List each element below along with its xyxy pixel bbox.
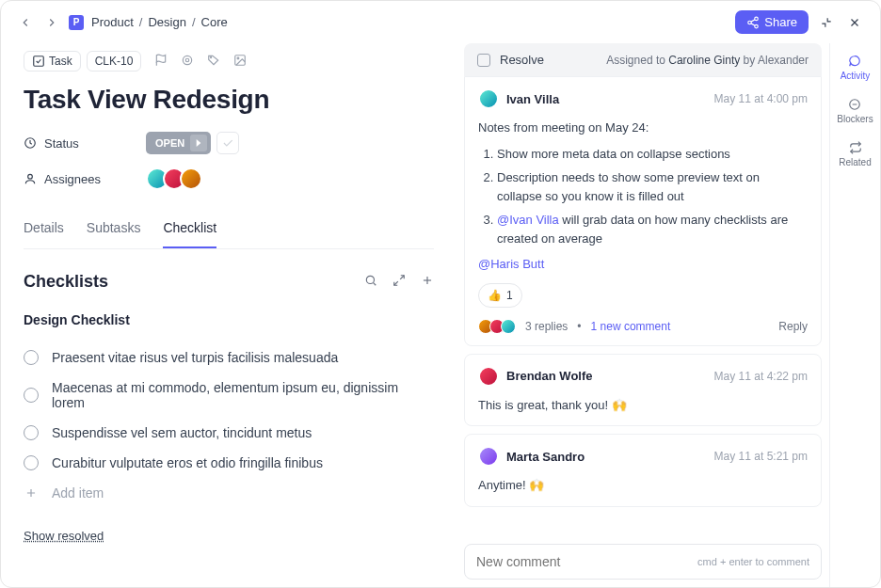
tag-icon[interactable] [207,54,220,70]
avatar [478,366,499,387]
avatar [478,88,499,109]
comment-author: Marta Sandro [506,450,585,464]
status-pill[interactable]: OPEN [146,132,211,154]
comments-panel: Resolve Assigned to Caroline Ginty by Al… [457,43,829,587]
checklist-item-label: Maecenas at mi commodo, elementum ipsum … [52,380,434,410]
tab-details[interactable]: Details [24,213,64,248]
target-icon[interactable] [181,54,194,70]
mention[interactable]: @Haris Butt [478,257,544,271]
svg-point-2 [755,24,759,28]
nav-back-icon[interactable] [16,13,35,32]
assignee-avatars[interactable] [146,167,202,190]
reply-button[interactable]: Reply [778,320,808,333]
sidebar-related[interactable]: Related [839,141,871,167]
checklist-item-label: Curabitur vulputate eros et odio fringil… [52,455,323,470]
status-value: OPEN [155,137,184,149]
radio-icon[interactable] [24,388,39,403]
page-title: Task View Redesign [24,85,434,115]
comment-author: Brendan Wolfe [506,369,593,383]
flag-icon[interactable] [154,54,168,70]
reaction-button[interactable]: 👍1 [478,283,522,308]
breadcrumb-design[interactable]: Design [148,15,185,29]
tab-subtasks[interactable]: Subtasks [87,213,141,248]
status-label: Status [24,136,146,151]
resolve-checkbox[interactable] [477,54,490,67]
task-type-pill[interactable]: Task [24,51,81,72]
checklist-name: Design Checklist [24,312,434,327]
checklist-item[interactable]: Suspendisse vel sem auctor, tincidunt me… [24,418,434,448]
status-complete-button[interactable] [216,132,239,154]
radio-icon[interactable] [24,350,39,365]
share-label: Share [764,15,797,29]
tab-checklist[interactable]: Checklist [163,213,216,248]
close-icon[interactable] [844,12,865,33]
new-comment-input[interactable] [476,554,697,569]
svg-point-0 [755,17,759,21]
task-panel: Task CLK-10 Task View Redesign Status OP… [1,43,457,587]
add-item-button[interactable]: Add item [24,478,434,508]
avatar[interactable] [180,167,202,190]
svg-rect-7 [34,56,44,67]
svg-line-18 [374,283,376,286]
new-comment-box[interactable]: cmd + enter to comment [464,544,822,580]
status-icon [24,136,37,150]
add-checklist-icon[interactable] [421,274,434,290]
radio-icon[interactable] [24,455,39,470]
image-icon[interactable] [233,54,247,70]
checklist-item-label: Praesent vitae risus vel turpis facilisi… [52,350,338,365]
comment-time: May 11 at 4:22 pm [714,370,808,383]
task-id-pill[interactable]: CLK-10 [87,51,142,72]
mention[interactable]: @Ivan Villa [497,213,559,227]
reply-avatars [478,319,516,334]
checklist-item[interactable]: Curabitur vulputate eros et odio fringil… [24,448,434,478]
checklist-item[interactable]: Praesent vitae risus vel turpis facilisi… [24,342,434,373]
comment-icon [848,55,861,68]
svg-point-1 [748,21,752,24]
comment-body: This is great, thank you! 🙌 [478,396,808,415]
plus-icon [24,485,39,501]
new-comment-count[interactable]: 1 new comment [591,320,671,333]
comment-author: Ivan Villa [506,92,559,106]
comment-card: Brendan Wolfe May 11 at 4:22 pm This is … [464,354,822,427]
replies-count[interactable]: 3 replies [525,320,568,333]
avatar [478,446,499,467]
svg-point-11 [211,56,212,57]
search-icon[interactable] [364,274,377,290]
related-icon [849,141,862,154]
task-type-label: Task [49,55,72,68]
share-button[interactable]: Share [735,10,809,34]
checklist-item-label: Suspendisse vel sem auctor, tincidunt me… [52,425,312,440]
breadcrumb: P Product / Design / Core [69,15,228,30]
tabs: Details Subtasks Checklist [24,213,434,249]
nav-forward-icon[interactable] [42,13,61,32]
svg-line-20 [394,281,398,285]
sidebar-activity[interactable]: Activity [841,55,871,81]
sidebar-blockers[interactable]: Blockers [837,98,873,124]
svg-point-13 [237,57,239,59]
svg-point-16 [28,174,33,179]
comment-body: Anytime! 🙌 [478,476,808,495]
radio-icon[interactable] [24,425,39,440]
share-icon [746,16,760,29]
show-resolved-link[interactable]: Show resolved [24,529,434,543]
resolve-bar: Resolve Assigned to Caroline Ginty by Al… [464,43,822,76]
user-icon [24,172,37,185]
assignees-label: Assignees [24,172,146,186]
comment-time: May 11 at 4:00 pm [714,92,808,105]
breadcrumb-core[interactable]: Core [201,15,228,29]
task-icon [32,55,45,68]
status-next-icon[interactable] [190,135,207,151]
comment-time: May 11 at 5:21 pm [714,450,808,463]
expand-icon[interactable] [392,274,406,290]
checklist-item[interactable]: Maecenas at mi commodo, elementum ipsum … [24,373,434,418]
product-logo-icon: P [69,15,84,30]
breadcrumb-product[interactable]: Product [91,15,134,29]
svg-line-19 [400,276,404,279]
svg-line-3 [751,19,755,21]
checklists-heading: Checklists [24,272,108,292]
right-sidebar: Activity Blockers Related [829,43,880,587]
add-item-label: Add item [52,485,104,501]
topbar: P Product / Design / Core Share [1,1,880,43]
minimize-icon[interactable] [816,12,837,33]
comment-card: Ivan Villa May 11 at 4:00 pm Notes from … [464,76,822,346]
